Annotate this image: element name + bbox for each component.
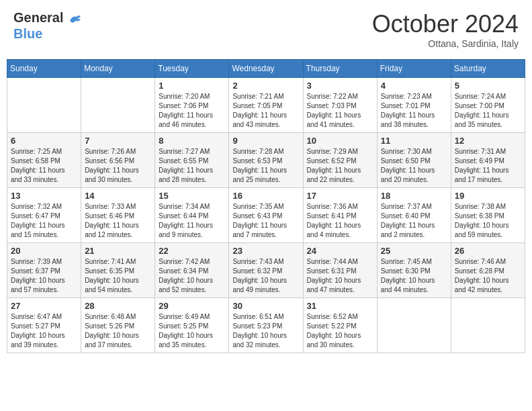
logo: General Blue — [13, 10, 82, 41]
day-info: Sunrise: 7:32 AM Sunset: 6:47 PM Dayligh… — [11, 202, 77, 240]
day-number: 28 — [85, 301, 151, 311]
day-info: Sunrise: 7:20 AM Sunset: 7:06 PM Dayligh… — [159, 92, 225, 130]
day-number: 3 — [307, 81, 373, 91]
day-number: 25 — [381, 246, 447, 256]
day-info: Sunrise: 7:46 AM Sunset: 6:28 PM Dayligh… — [455, 257, 521, 295]
day-cell: 22Sunrise: 7:42 AM Sunset: 6:34 PM Dayli… — [155, 243, 229, 298]
week-row-5: 27Sunrise: 6:47 AM Sunset: 5:27 PM Dayli… — [7, 298, 525, 353]
day-cell: 1Sunrise: 7:20 AM Sunset: 7:06 PM Daylig… — [155, 78, 229, 133]
day-cell: 19Sunrise: 7:38 AM Sunset: 6:38 PM Dayli… — [451, 188, 525, 243]
day-info: Sunrise: 7:42 AM Sunset: 6:34 PM Dayligh… — [159, 257, 225, 295]
day-cell: 13Sunrise: 7:32 AM Sunset: 6:47 PM Dayli… — [7, 188, 81, 243]
day-cell: 8Sunrise: 7:27 AM Sunset: 6:55 PM Daylig… — [155, 133, 229, 188]
day-cell: 27Sunrise: 6:47 AM Sunset: 5:27 PM Dayli… — [7, 298, 81, 353]
day-cell: 14Sunrise: 7:33 AM Sunset: 6:46 PM Dayli… — [81, 188, 155, 243]
day-cell: 24Sunrise: 7:44 AM Sunset: 6:31 PM Dayli… — [303, 243, 377, 298]
weekday-header-friday: Friday — [377, 60, 451, 78]
day-cell: 29Sunrise: 6:49 AM Sunset: 5:25 PM Dayli… — [155, 298, 229, 353]
day-info: Sunrise: 7:26 AM Sunset: 6:56 PM Dayligh… — [85, 147, 151, 185]
day-cell: 2Sunrise: 7:21 AM Sunset: 7:05 PM Daylig… — [229, 78, 303, 133]
month-title: October 2024 — [372, 10, 519, 38]
day-info: Sunrise: 7:30 AM Sunset: 6:50 PM Dayligh… — [381, 147, 447, 185]
day-cell: 16Sunrise: 7:35 AM Sunset: 6:43 PM Dayli… — [229, 188, 303, 243]
location-subtitle: Ottana, Sardinia, Italy — [372, 38, 519, 49]
day-info: Sunrise: 7:41 AM Sunset: 6:35 PM Dayligh… — [85, 257, 151, 295]
day-cell: 25Sunrise: 7:45 AM Sunset: 6:30 PM Dayli… — [377, 243, 451, 298]
day-number: 15 — [159, 191, 225, 201]
day-cell: 18Sunrise: 7:37 AM Sunset: 6:40 PM Dayli… — [377, 188, 451, 243]
day-number: 23 — [232, 246, 299, 256]
weekday-header-thursday: Thursday — [303, 60, 377, 78]
day-number: 26 — [455, 246, 521, 256]
day-number: 16 — [232, 191, 299, 201]
day-number: 14 — [85, 191, 151, 201]
day-number: 2 — [232, 81, 299, 91]
week-row-2: 6Sunrise: 7:25 AM Sunset: 6:58 PM Daylig… — [7, 133, 525, 188]
day-number: 29 — [159, 301, 225, 311]
day-info: Sunrise: 7:22 AM Sunset: 7:03 PM Dayligh… — [307, 92, 373, 130]
day-info: Sunrise: 7:29 AM Sunset: 6:52 PM Dayligh… — [307, 147, 373, 185]
day-number: 8 — [159, 136, 225, 146]
day-info: Sunrise: 6:52 AM Sunset: 5:22 PM Dayligh… — [307, 312, 373, 350]
day-cell: 4Sunrise: 7:23 AM Sunset: 7:01 PM Daylig… — [377, 78, 451, 133]
week-row-3: 13Sunrise: 7:32 AM Sunset: 6:47 PM Dayli… — [7, 188, 525, 243]
day-cell: 3Sunrise: 7:22 AM Sunset: 7:03 PM Daylig… — [303, 78, 377, 133]
day-cell: 17Sunrise: 7:36 AM Sunset: 6:41 PM Dayli… — [303, 188, 377, 243]
day-cell: 11Sunrise: 7:30 AM Sunset: 6:50 PM Dayli… — [377, 133, 451, 188]
day-number: 19 — [455, 191, 521, 201]
day-cell: 10Sunrise: 7:29 AM Sunset: 6:52 PM Dayli… — [303, 133, 377, 188]
day-cell: 7Sunrise: 7:26 AM Sunset: 6:56 PM Daylig… — [81, 133, 155, 188]
calendar-table: SundayMondayTuesdayWednesdayThursdayFrid… — [7, 59, 525, 353]
day-number: 21 — [85, 246, 151, 256]
day-info: Sunrise: 7:31 AM Sunset: 6:49 PM Dayligh… — [455, 147, 521, 185]
day-number: 13 — [11, 191, 77, 201]
day-cell: 6Sunrise: 7:25 AM Sunset: 6:58 PM Daylig… — [7, 133, 81, 188]
day-number: 12 — [455, 136, 521, 146]
day-cell: 28Sunrise: 6:48 AM Sunset: 5:26 PM Dayli… — [81, 298, 155, 353]
day-number: 11 — [381, 136, 447, 146]
day-cell — [377, 298, 451, 353]
day-number: 1 — [159, 81, 225, 91]
day-info: Sunrise: 7:21 AM Sunset: 7:05 PM Dayligh… — [232, 92, 299, 130]
day-info: Sunrise: 7:37 AM Sunset: 6:40 PM Dayligh… — [381, 202, 447, 240]
day-number: 17 — [307, 191, 373, 201]
day-info: Sunrise: 6:49 AM Sunset: 5:25 PM Dayligh… — [159, 312, 225, 350]
day-info: Sunrise: 7:23 AM Sunset: 7:01 PM Dayligh… — [381, 92, 447, 130]
day-info: Sunrise: 7:36 AM Sunset: 6:41 PM Dayligh… — [307, 202, 373, 240]
day-cell — [81, 78, 155, 133]
day-number: 9 — [232, 136, 299, 146]
day-info: Sunrise: 6:48 AM Sunset: 5:26 PM Dayligh… — [85, 312, 151, 350]
title-block: October 2024 Ottana, Sardinia, Italy — [372, 10, 519, 49]
day-cell: 21Sunrise: 7:41 AM Sunset: 6:35 PM Dayli… — [81, 243, 155, 298]
weekday-header-saturday: Saturday — [451, 60, 525, 78]
day-info: Sunrise: 7:27 AM Sunset: 6:55 PM Dayligh… — [159, 147, 225, 185]
day-number: 30 — [232, 301, 299, 311]
weekday-header-tuesday: Tuesday — [155, 60, 229, 78]
day-info: Sunrise: 7:33 AM Sunset: 6:46 PM Dayligh… — [85, 202, 151, 240]
day-cell — [7, 78, 81, 133]
day-info: Sunrise: 6:51 AM Sunset: 5:23 PM Dayligh… — [232, 312, 299, 350]
day-info: Sunrise: 7:24 AM Sunset: 7:00 PM Dayligh… — [455, 92, 521, 130]
weekday-header-row: SundayMondayTuesdayWednesdayThursdayFrid… — [7, 60, 525, 78]
day-number: 10 — [307, 136, 373, 146]
day-number: 20 — [11, 246, 77, 256]
day-info: Sunrise: 7:25 AM Sunset: 6:58 PM Dayligh… — [11, 147, 77, 185]
week-row-4: 20Sunrise: 7:39 AM Sunset: 6:37 PM Dayli… — [7, 243, 525, 298]
day-cell: 15Sunrise: 7:34 AM Sunset: 6:44 PM Dayli… — [155, 188, 229, 243]
day-number: 27 — [11, 301, 77, 311]
logo-line1: General — [13, 10, 82, 26]
day-cell: 30Sunrise: 6:51 AM Sunset: 5:23 PM Dayli… — [229, 298, 303, 353]
day-cell: 23Sunrise: 7:43 AM Sunset: 6:32 PM Dayli… — [229, 243, 303, 298]
day-cell: 5Sunrise: 7:24 AM Sunset: 7:00 PM Daylig… — [451, 78, 525, 133]
day-info: Sunrise: 7:35 AM Sunset: 6:43 PM Dayligh… — [232, 202, 299, 240]
day-number: 24 — [307, 246, 373, 256]
day-cell — [451, 298, 525, 353]
day-number: 22 — [159, 246, 225, 256]
logo-line2: Blue — [13, 26, 82, 41]
weekday-header-sunday: Sunday — [7, 60, 81, 78]
day-info: Sunrise: 7:38 AM Sunset: 6:38 PM Dayligh… — [455, 202, 521, 240]
day-cell: 12Sunrise: 7:31 AM Sunset: 6:49 PM Dayli… — [451, 133, 525, 188]
day-cell: 26Sunrise: 7:46 AM Sunset: 6:28 PM Dayli… — [451, 243, 525, 298]
day-number: 7 — [85, 136, 151, 146]
page-header: General Blue October 2024 Ottana, Sardin… — [7, 7, 525, 52]
